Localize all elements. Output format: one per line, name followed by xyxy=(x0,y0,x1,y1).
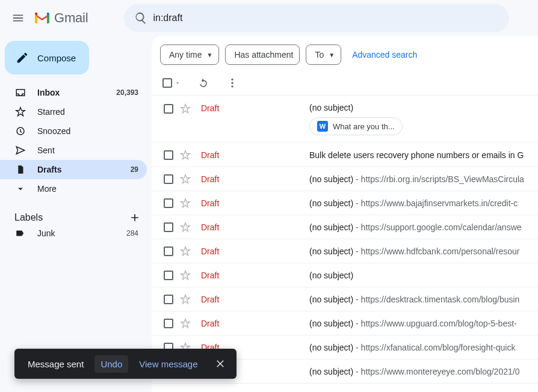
add-label-button[interactable] xyxy=(129,212,141,224)
undo-button[interactable]: Undo xyxy=(94,355,128,373)
inbox-icon xyxy=(14,87,26,99)
mail-subject: (no subject) xyxy=(309,198,353,208)
checkbox-icon xyxy=(164,271,173,280)
sidebar-item-inbox[interactable]: Inbox20,393 xyxy=(0,83,147,102)
more-button[interactable] xyxy=(226,77,238,89)
svg-point-2 xyxy=(231,82,233,84)
attachment-name: What are you th... xyxy=(333,122,395,131)
star-icon xyxy=(180,103,191,114)
checkbox-icon xyxy=(164,150,173,160)
star-button[interactable] xyxy=(179,197,191,209)
mail-row[interactable]: Draft(no subject)WWhat are you th... xyxy=(152,96,538,143)
mail-snippet: https://www.upguard.com/blog/top-5-best- xyxy=(361,319,517,328)
star-icon xyxy=(180,222,191,233)
mail-subject: Bulk delete users recovery phone numbers… xyxy=(309,150,524,160)
mail-row[interactable]: Draft(no subject) xyxy=(152,263,538,287)
star-icon xyxy=(180,150,191,161)
search-button[interactable] xyxy=(129,6,153,30)
send-icon xyxy=(14,144,26,156)
mail-subject: (no subject) xyxy=(309,319,353,328)
chevron-down-icon xyxy=(14,183,26,195)
pencil-icon xyxy=(16,51,29,64)
star-button[interactable] xyxy=(179,317,191,329)
sender-draft: Draft xyxy=(201,319,309,328)
menu-icon xyxy=(11,11,25,25)
star-icon xyxy=(180,198,191,209)
refresh-button[interactable] xyxy=(197,77,209,89)
row-checkbox[interactable] xyxy=(162,197,175,209)
mail-row[interactable]: Draft(no subject) - https://www.bajajfin… xyxy=(152,191,538,215)
label-item-junk[interactable]: Junk284 xyxy=(0,224,147,243)
sidebar-item-sent[interactable]: Sent xyxy=(0,141,147,160)
mail-subject: (no subject) xyxy=(309,343,353,352)
chip-label: Any time xyxy=(169,50,202,60)
sidebar-item-drafts[interactable]: Drafts29 xyxy=(0,160,147,179)
attachment-chip[interactable]: WWhat are you th... xyxy=(309,117,403,135)
star-button[interactable] xyxy=(179,173,191,185)
snackbar: Message sent Undo View message xyxy=(14,349,237,379)
star-button[interactable] xyxy=(179,149,191,161)
mail-row[interactable]: Draft(no subject) - https://desktrack.ti… xyxy=(152,287,538,311)
star-button[interactable] xyxy=(179,293,191,305)
star-button[interactable] xyxy=(179,269,191,281)
checkbox-icon xyxy=(164,295,173,304)
mail-row[interactable]: Draft(no subject) - https://support.goog… xyxy=(152,215,538,239)
sender-draft: Draft xyxy=(201,222,309,232)
gmail-logo[interactable]: Gmail xyxy=(34,10,88,26)
sidebar-item-label: Sent xyxy=(37,145,138,155)
sidebar-item-label: Drafts xyxy=(37,165,120,174)
star-icon xyxy=(180,294,191,305)
row-checkbox[interactable] xyxy=(162,245,175,257)
star-icon xyxy=(180,174,191,185)
chevron-down-icon: ▼ xyxy=(329,52,335,58)
gmail-wordmark: Gmail xyxy=(54,10,88,26)
compose-button[interactable]: Compose xyxy=(5,41,89,75)
row-checkbox[interactable] xyxy=(162,221,175,233)
mail-snippet: https://xfanatical.com/blog/foresight-qu… xyxy=(361,343,516,352)
search-input[interactable] xyxy=(153,13,504,23)
row-checkbox[interactable] xyxy=(162,269,175,281)
svg-point-1 xyxy=(231,79,233,81)
mail-snippet: https://rbi.org.in/scripts/BS_ViewMasCir… xyxy=(361,174,524,184)
star-button[interactable] xyxy=(179,221,191,233)
mail-snippet: https://support.google.com/calendar/answ… xyxy=(361,222,522,232)
mail-snippet: https://desktrack.timentask.com/blog/bus… xyxy=(361,295,520,304)
filter-anytime[interactable]: Any time ▼ xyxy=(160,44,219,65)
main-menu-button[interactable] xyxy=(5,5,31,31)
sidebar: Compose Inbox20,393StarredSnoozedSentDra… xyxy=(0,36,152,392)
mail-subject: (no subject) xyxy=(309,174,353,184)
mail-row[interactable]: Draft(no subject) - https://www.hdfcbank… xyxy=(152,239,538,263)
sidebar-item-starred[interactable]: Starred xyxy=(0,102,147,121)
snackbar-message: Message sent xyxy=(28,359,84,369)
mail-subject: (no subject) xyxy=(309,247,353,256)
search-icon xyxy=(134,11,147,25)
row-checkbox[interactable] xyxy=(162,293,175,305)
star-button[interactable] xyxy=(179,103,191,115)
row-checkbox[interactable] xyxy=(162,149,175,161)
mail-row[interactable]: Draft(no subject) - https://www.upguard.… xyxy=(152,311,538,335)
search-bar[interactable] xyxy=(124,4,509,32)
row-checkbox[interactable] xyxy=(162,317,175,329)
view-message-button[interactable]: View message xyxy=(139,359,197,369)
advanced-search-link[interactable]: Advanced search xyxy=(352,50,417,60)
star-button[interactable] xyxy=(179,245,191,257)
star-icon xyxy=(180,270,191,281)
row-checkbox[interactable] xyxy=(162,103,175,115)
sender-draft: Draft xyxy=(201,150,309,160)
mail-snippet: https://www.hdfcbank.com/personal/resour xyxy=(361,247,520,256)
star-icon xyxy=(180,318,191,329)
snackbar-close-button[interactable] xyxy=(212,355,229,372)
svg-point-3 xyxy=(231,85,233,87)
mail-row[interactable]: Draft(no subject) - https://rbi.org.in/s… xyxy=(152,167,538,191)
row-checkbox[interactable] xyxy=(162,173,175,185)
select-all[interactable] xyxy=(162,78,181,88)
mail-row[interactable]: DraftBulk delete users recovery phone nu… xyxy=(152,143,538,167)
mail-subject: (no subject) xyxy=(309,367,353,376)
sidebar-item-more[interactable]: More xyxy=(0,179,147,198)
filter-to[interactable]: To ▼ xyxy=(306,44,341,65)
filter-has-attachment[interactable]: Has attachment xyxy=(225,44,300,65)
sidebar-item-snoozed[interactable]: Snoozed xyxy=(0,121,147,141)
list-toolbar xyxy=(152,71,538,96)
refresh-icon xyxy=(197,77,209,89)
checkbox-icon xyxy=(164,198,173,208)
